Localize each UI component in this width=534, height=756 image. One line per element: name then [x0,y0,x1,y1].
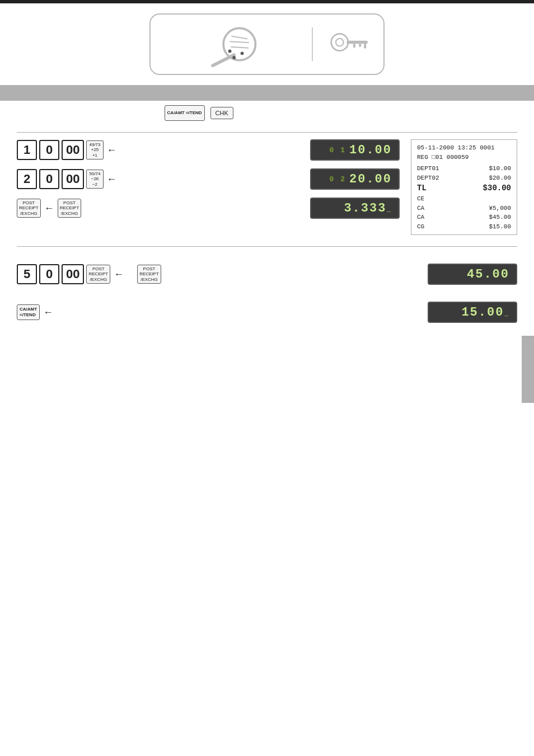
display-2: 0 2 20.00 [310,168,400,190]
step-row-3: POSTRECEIPT/EXCHG ← POSTRECEIPT/EXCHG 3.… [17,198,400,219]
section-three: CA/AMT=/TEND ← 15.00 _ [17,302,517,323]
svg-point-9 [336,39,344,46]
svg-point-2 [228,50,232,53]
ca2-label: CA [417,213,424,222]
section-bar [0,85,534,101]
keys-group-2: 2 0 00 50/74 −26 −2 ← [17,169,118,189]
dept02-label: DEPT02 [417,173,439,183]
receipt-ca2: CA $45.00 [417,213,511,222]
arrow-4: ← [114,269,124,280]
svg-line-7 [231,47,249,48]
receipt-line-date: 05-11-2000 13:25 0001 [417,143,511,153]
chk-key[interactable]: CHK [210,107,233,119]
display-2-label: 0 2 [330,175,346,184]
arrow-2: ← [107,173,117,185]
step-row-1: 1 0 00 49/73 +25 +1 ← 0 1 10.00 [17,139,400,161]
post-receipt-key-2[interactable]: POSTRECEIPT/EXCHG [58,199,82,218]
ca1-val: ¥5,000 [489,204,511,213]
receipt-ca1: CA ¥5,000 [417,204,511,213]
display-1-label: 0 1 [330,146,346,154]
display-1: 0 1 10.00 [310,139,400,161]
display-3-cursor: _ [387,206,392,213]
receipt-dept01: DEPT01 $10.00 [417,164,511,173]
receipt-cg: CG $15.00 [417,222,511,232]
svg-point-4 [241,51,244,55]
illustration-box [149,13,385,75]
display-4-value: 45.00 [467,267,509,281]
dept01-val: $10.00 [489,164,511,173]
key-5[interactable]: 5 [17,264,37,284]
ca-amt-label-2: CA/AMT=/TEND [20,307,37,317]
main-divider [17,132,517,133]
cg-label: CG [417,222,424,232]
ca-amt-key[interactable]: CA/AMT =/TEND [165,105,205,121]
cg-val: $15.00 [489,222,511,232]
steps-area: 1 0 00 49/73 +25 +1 ← 0 1 10.00 [17,139,400,227]
svg-point-1 [223,28,255,60]
display-3-value: 3.333 [344,201,386,215]
svg-rect-10 [346,41,368,44]
receipt-tl: TL $30.00 [417,182,511,194]
ca2-val: $45.00 [489,213,511,222]
section-two: 5 0 00 POSTRECEIPT/EXCHG ← POSTRECEIPT/E… [17,264,517,285]
dept01-label: DEPT01 [417,164,439,173]
illustration-area [0,13,534,75]
section-divider-2 [17,246,517,247]
svg-rect-12 [359,44,361,46]
display-5-cursor: _ [504,311,509,317]
tl-val: $30.00 [483,182,511,194]
display-5: 15.00 _ [428,302,517,323]
keys-group-1: 1 0 00 49/73 +25 +1 ← [17,140,118,160]
post-receipt-key-4[interactable]: POSTRECEIPT/EXCHG [137,265,161,284]
top-bar [0,0,534,3]
right-sidebar-tab [522,336,534,403]
keys-hint-row: CA/AMT =/TEND CHK [0,101,534,125]
receipt-line-reg: REG □01 000059 [417,153,511,162]
arrow-1: ← [107,144,117,156]
key-00-1[interactable]: 00 [62,140,84,160]
keys-group-4: 5 0 00 POSTRECEIPT/EXCHG ← POSTRECEIPT/E… [17,264,161,284]
ca1-label: CA [417,204,424,213]
keys-group-5: CA/AMT=/TEND ← [17,304,54,320]
key-0-4[interactable]: 0 [39,264,59,284]
svg-rect-11 [353,44,355,48]
step-row-5: CA/AMT=/TEND ← 15.00 _ [17,302,517,323]
post-receipt-key-1[interactable]: POSTRECEIPT/EXCHG [17,199,41,218]
keys-group-3: POSTRECEIPT/EXCHG ← POSTRECEIPT/EXCHG [17,199,81,218]
display-4: 45.00 [428,264,517,285]
key-dept2[interactable]: 50/74 −26 −2 [86,170,103,189]
ca-amt-key-2[interactable]: CA/AMT=/TEND [17,304,40,320]
step-row-2: 2 0 00 50/74 −26 −2 ← 0 2 20.00 [17,168,400,190]
svg-line-6 [230,41,249,43]
receipt-dept02: DEPT02 $20.00 [417,173,511,183]
chk-label: CHK [216,110,228,116]
key-00-2[interactable]: 00 [62,169,84,189]
arrow-3: ← [44,203,54,214]
display-2-value: 20.00 [349,172,392,186]
arrow-5: ← [43,307,53,318]
display-3: 3.333 _ [310,198,400,219]
step-row-4: 5 0 00 POSTRECEIPT/EXCHG ← POSTRECEIPT/E… [17,264,517,285]
svg-line-5 [231,36,247,39]
svg-rect-13 [364,44,366,48]
receipt-ce: CE [417,194,511,204]
key-2[interactable]: 2 [17,169,37,189]
main-content: 1 0 00 49/73 +25 +1 ← 0 1 10.00 [0,139,534,323]
divider-line [312,27,312,61]
tl-label: TL [417,182,427,194]
display-5-value: 15.00 [461,306,504,320]
post-receipt-key-3[interactable]: POSTRECEIPT/EXCHG [86,265,110,284]
key-00-4[interactable]: 00 [62,264,84,284]
key-1[interactable]: 1 [17,140,37,160]
display-1-value: 10.00 [349,143,392,157]
magnify-illustration [162,20,306,68]
key-dept1[interactable]: 49/73 +25 +1 [86,140,103,160]
dept02-val: $20.00 [489,173,511,183]
svg-point-3 [232,56,236,59]
ca-amt-label: CA/AMT =/TEND [167,110,202,116]
receipt-box: 05-11-2000 13:25 0001 REG □01 000059 DEP… [411,139,517,235]
svg-point-8 [331,34,348,50]
key-0-2[interactable]: 0 [39,169,59,189]
key-0-1[interactable]: 0 [39,140,59,160]
key-illustration [318,19,372,69]
